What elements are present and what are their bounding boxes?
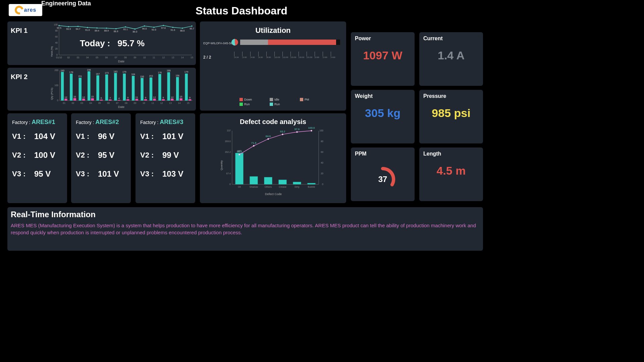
utilization-equipment: EQP-WILOFA-045-5680 — [203, 42, 236, 45]
svg-rect-104 — [144, 99, 147, 101]
svg-text:08: 08 — [124, 56, 127, 59]
panel-weight: Weight 305 kg — [351, 90, 415, 143]
svg-text:7: 7 — [109, 97, 111, 99]
power-label: Power — [355, 36, 411, 42]
svg-text:100: 100 — [54, 84, 58, 86]
svg-text:05: 05 — [96, 56, 98, 59]
ppm-gauge: 37 — [355, 164, 411, 194]
panel-power: Power 1097 W — [351, 32, 415, 86]
defect-ylabel: Quantity — [220, 160, 223, 170]
svg-text:100.0: 100.0 — [308, 127, 315, 129]
f1-v2-label: V2 : — [12, 151, 29, 160]
svg-text:0: 0 — [56, 54, 58, 56]
f3-v1-label: V1 : — [140, 132, 157, 141]
f3-v3-label: V3 : — [140, 170, 157, 178]
svg-point-12 — [77, 26, 79, 27]
kpi2-chart: 0100200190120117816021511203194150416760… — [52, 68, 195, 108]
svg-text:15: 15 — [180, 96, 182, 98]
svg-text:151: 151 — [78, 75, 82, 77]
utilization-legend: DownIdlePMRunRun — [239, 98, 330, 106]
svg-text:01/10: 01/10 — [56, 56, 62, 59]
panel-defect: Defect code analysis Quantity Percentage… — [200, 113, 346, 203]
svg-text:60: 60 — [321, 151, 323, 153]
svg-text:93.2: 93.2 — [280, 130, 285, 133]
svg-text:13: 13 — [169, 102, 172, 104]
svg-text:80: 80 — [55, 29, 58, 32]
ppm-label: PPM — [355, 151, 411, 157]
svg-text:12: 12 — [65, 96, 67, 99]
kpi2-xlabel: Date — [118, 105, 124, 109]
svg-text:11: 11 — [151, 102, 154, 104]
utilization-bar — [240, 40, 340, 45]
svg-rect-119 — [171, 99, 173, 101]
svg-text:91.6: 91.6 — [171, 29, 175, 31]
svg-text:197: 197 — [237, 150, 241, 152]
svg-text:80: 80 — [321, 140, 323, 142]
svg-text:150: 150 — [140, 75, 144, 78]
svg-rect-84 — [109, 100, 111, 101]
svg-text:9: 9 — [189, 97, 191, 99]
svg-rect-124 — [179, 98, 182, 101]
weight-value: 305 kg — [355, 107, 411, 120]
svg-text:67.4: 67.4 — [226, 172, 231, 175]
svg-rect-88 — [114, 73, 117, 101]
svg-point-20 — [115, 28, 117, 29]
utilization-count: 2 / 2 — [203, 55, 211, 60]
svg-rect-109 — [153, 99, 156, 101]
panel-pressure: Pressure 985 psi — [419, 90, 483, 143]
factory1-name: ARES#1 — [32, 119, 55, 125]
svg-rect-129 — [189, 99, 191, 101]
svg-text:0: 0 — [229, 183, 231, 185]
pressure-label: Pressure — [423, 93, 479, 99]
svg-text:40: 40 — [55, 42, 58, 44]
svg-rect-113 — [158, 74, 161, 101]
svg-text:Shadow: Shadow — [250, 186, 258, 188]
svg-rect-99 — [135, 99, 138, 101]
svg-rect-157 — [308, 183, 316, 184]
svg-text:12: 12 — [162, 56, 165, 59]
svg-text:269.6: 269.6 — [225, 140, 231, 142]
svg-text:86.0: 86.0 — [132, 31, 137, 33]
svg-text:84.6: 84.6 — [266, 135, 271, 138]
kpi1-xlabel: Date — [118, 60, 124, 63]
svg-text:179: 179 — [184, 71, 189, 73]
svg-text:97.5: 97.5 — [57, 27, 61, 29]
svg-text:Others: Others — [265, 186, 272, 188]
utilization-ticks: 0:242:004:006:008:0010:0012:0015:0018:00… — [234, 52, 341, 58]
current-label: Current — [423, 36, 479, 42]
svg-text:176: 176 — [158, 71, 162, 74]
svg-text:194: 194 — [87, 69, 91, 71]
svg-rect-74 — [91, 98, 94, 101]
svg-text:337: 337 — [227, 129, 231, 132]
svg-point-34 — [182, 27, 183, 29]
svg-point-8 — [58, 25, 60, 26]
factory1-label: Factory : — [12, 120, 30, 125]
svg-text:200: 200 — [54, 69, 58, 71]
svg-text:02: 02 — [67, 56, 70, 59]
svg-point-36 — [191, 25, 193, 27]
svg-text:Bubble: Bubble — [308, 186, 315, 188]
kpi1-today: Today : 95.7 % — [80, 38, 145, 49]
svg-point-159 — [239, 154, 240, 155]
kpi2-label: KPI 2 — [11, 73, 28, 81]
svg-point-30 — [163, 25, 164, 26]
svg-text:04: 04 — [90, 102, 92, 104]
svg-point-10 — [68, 26, 69, 27]
f1-v3-value: 95 V — [34, 169, 51, 179]
svg-text:190: 190 — [60, 69, 64, 72]
svg-text:Crease: Crease — [279, 186, 286, 188]
svg-rect-73 — [88, 71, 90, 101]
svg-text:94.7: 94.7 — [76, 28, 80, 30]
svg-rect-79 — [100, 100, 103, 101]
svg-rect-103 — [141, 78, 143, 101]
defect-xlabel: Defect Code — [265, 192, 282, 196]
rti-body: ARES MES (Manufacturing Execution System… — [11, 222, 480, 236]
svg-text:08: 08 — [125, 102, 127, 104]
svg-text:92.0: 92.0 — [152, 28, 156, 31]
svg-text:89.4: 89.4 — [95, 29, 99, 32]
svg-text:11: 11 — [153, 56, 155, 59]
power-value: 1097 W — [355, 49, 411, 62]
f1-v1-value: 104 V — [34, 132, 55, 141]
svg-text:12: 12 — [171, 96, 173, 99]
svg-rect-89 — [118, 100, 120, 101]
